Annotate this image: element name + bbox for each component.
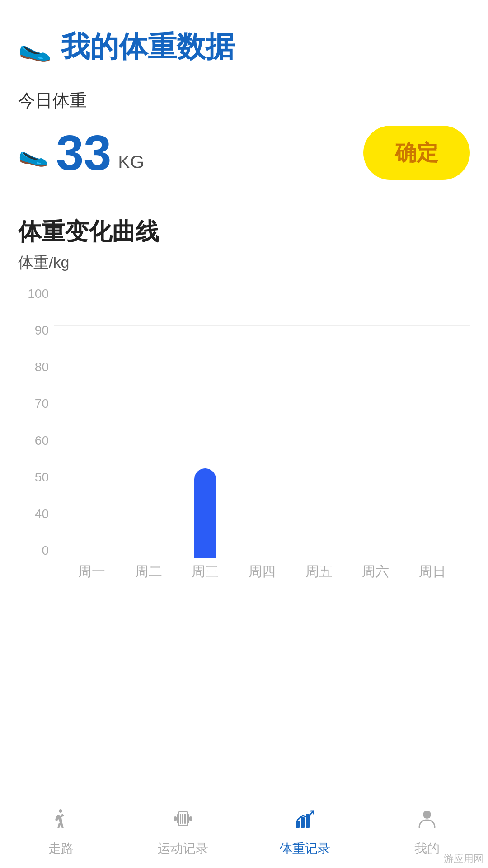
y-label-90: 90 — [35, 323, 49, 338]
x-label-wed: 周三 — [177, 562, 234, 581]
weight-scale-icon: 🥿 — [18, 138, 49, 168]
nav-item-mine[interactable]: 我的 — [366, 807, 488, 857]
y-label-40: 40 — [35, 507, 49, 521]
weight-nav-icon — [294, 807, 316, 835]
svg-rect-0 — [174, 816, 177, 821]
svg-rect-8 — [296, 821, 300, 828]
x-label-tue: 周二 — [120, 562, 177, 581]
svg-rect-9 — [301, 817, 305, 828]
y-axis: 100 90 80 70 60 50 40 0 — [18, 287, 54, 558]
today-weight-section: 今日体重 🥿 33 KG 确定 — [0, 80, 488, 198]
y-label-80: 80 — [35, 360, 49, 374]
page-title: 我的体重数据 — [61, 27, 235, 66]
y-label-60: 60 — [35, 434, 49, 448]
walk-icon — [50, 807, 72, 835]
x-axis: 周一 周二 周三 周四 周五 周六 周日 — [54, 558, 470, 585]
mine-icon — [416, 807, 438, 835]
nav-label-mine: 我的 — [414, 840, 440, 857]
nav-label-exercise: 运动记录 — [158, 840, 208, 857]
svg-point-11 — [423, 811, 431, 819]
svg-rect-7 — [189, 816, 192, 821]
today-label: 今日体重 — [18, 89, 470, 112]
bars-area — [54, 287, 470, 558]
bar-column-周五 — [291, 287, 347, 558]
x-label-mon: 周一 — [63, 562, 120, 581]
exercise-icon — [172, 807, 194, 835]
today-weight-row: 🥿 33 KG 确定 — [18, 126, 470, 180]
bar-column-周四 — [234, 287, 291, 558]
chart-section: 体重变化曲线 体重/kg 100 90 80 70 60 50 40 0 周一 … — [0, 198, 488, 594]
bar-column-周一 — [63, 287, 120, 558]
y-label-70: 70 — [35, 396, 49, 411]
x-label-thu: 周四 — [234, 562, 291, 581]
weight-display: 🥿 33 KG — [18, 128, 144, 178]
weight-unit: KG — [118, 152, 144, 172]
x-label-sat: 周六 — [347, 562, 404, 581]
svg-rect-3 — [180, 814, 181, 824]
bar-周三 — [194, 468, 216, 558]
nav-item-exercise[interactable]: 运动记录 — [122, 807, 244, 857]
bar-column-周二 — [120, 287, 177, 558]
y-label-100: 100 — [28, 287, 49, 301]
bottom-navigation: 走路 运动记录 体重记录 — [0, 796, 488, 868]
svg-rect-6 — [188, 814, 189, 823]
y-label-0: 0 — [42, 543, 49, 558]
header-icon: 🥿 — [18, 31, 52, 63]
chart-title: 体重变化曲线 — [18, 216, 470, 248]
weight-value: 33 — [56, 128, 111, 178]
nav-label-walk: 走路 — [48, 840, 74, 857]
bar-column-周日 — [404, 287, 461, 558]
nav-label-weight: 体重记录 — [280, 840, 330, 857]
chart-container: 100 90 80 70 60 50 40 0 周一 周二 周三 周四 周五 周… — [18, 287, 470, 585]
x-label-sun: 周日 — [404, 562, 461, 581]
page-header: 🥿 我的体重数据 — [0, 0, 488, 80]
bar-column-周六 — [347, 287, 404, 558]
watermark: 游应用网 — [444, 852, 483, 866]
y-label-50: 50 — [35, 470, 49, 485]
svg-rect-5 — [184, 814, 186, 824]
bar-column-周三 — [177, 287, 234, 558]
chart-subtitle: 体重/kg — [18, 252, 470, 273]
nav-item-weight[interactable]: 体重记录 — [244, 807, 366, 857]
confirm-button[interactable]: 确定 — [363, 126, 470, 180]
nav-item-walk[interactable]: 走路 — [0, 807, 122, 857]
svg-rect-4 — [182, 814, 183, 824]
x-label-fri: 周五 — [291, 562, 347, 581]
